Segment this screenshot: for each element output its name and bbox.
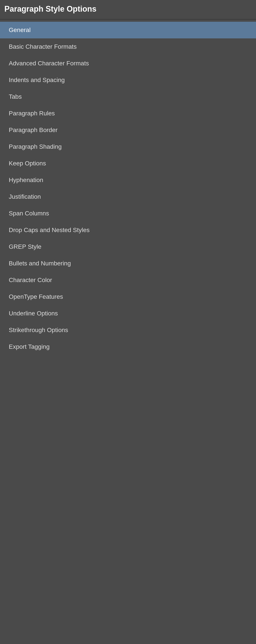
menu-nav: General Basic Character Formats Advanced… [0,20,256,357]
sidebar-item-underline-options[interactable]: Underline Options [0,305,256,322]
page-title: Paragraph Style Options [0,0,256,19]
sidebar-item-justification[interactable]: Justification [0,188,256,205]
sidebar-item-tabs[interactable]: Tabs [0,88,256,105]
sidebar-item-indents-and-spacing[interactable]: Indents and Spacing [0,72,256,88]
sidebar-item-opentype-features[interactable]: OpenType Features [0,288,256,305]
sidebar-item-advanced-character-formats[interactable]: Advanced Character Formats [0,55,256,72]
sidebar-item-paragraph-border[interactable]: Paragraph Border [0,122,256,138]
sidebar-item-span-columns[interactable]: Span Columns [0,205,256,222]
sidebar-item-drop-caps-and-nested-styles[interactable]: Drop Caps and Nested Styles [0,222,256,238]
sidebar-item-paragraph-rules[interactable]: Paragraph Rules [0,105,256,122]
sidebar-item-hyphenation[interactable]: Hyphenation [0,172,256,188]
sidebar-item-basic-character-formats[interactable]: Basic Character Formats [0,38,256,55]
sidebar-item-grep-style[interactable]: GREP Style [0,238,256,255]
sidebar-item-general[interactable]: General [0,22,256,38]
sidebar-item-paragraph-shading[interactable]: Paragraph Shading [0,138,256,155]
sidebar-item-keep-options[interactable]: Keep Options [0,155,256,172]
sidebar-item-character-color[interactable]: Character Color [0,272,256,288]
sidebar-item-strikethrough-options[interactable]: Strikethrough Options [0,322,256,338]
sidebar-item-bullets-and-numbering[interactable]: Bullets and Numbering [0,255,256,272]
sidebar-item-export-tagging[interactable]: Export Tagging [0,338,256,355]
